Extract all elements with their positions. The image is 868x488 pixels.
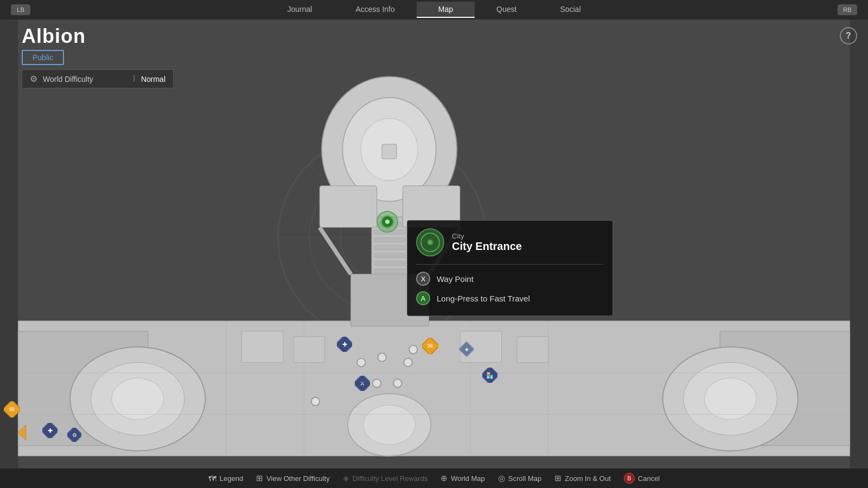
bottom-action-scroll-map[interactable]: ◎ Scroll Map xyxy=(498,473,541,483)
svg-rect-15 xyxy=(374,238,406,242)
x-button[interactable]: X xyxy=(416,272,430,286)
svg-text:✚: ✚ xyxy=(342,341,347,348)
svg-point-26 xyxy=(112,378,164,420)
svg-rect-18 xyxy=(374,261,406,266)
map-marker-shop[interactable]: 🏪 xyxy=(482,368,497,385)
svg-point-49 xyxy=(393,379,401,387)
svg-text:◈: ◈ xyxy=(465,346,469,352)
player-inner-ring xyxy=(381,215,394,228)
player-outer-ring xyxy=(376,211,398,233)
map-marker-envelope-center[interactable]: ✉ xyxy=(422,338,438,356)
map-area[interactable]: Albion Public ⚙ World Difficulty I Norma… xyxy=(0,20,868,468)
header-panel: Albion Public ⚙ World Difficulty I Norma… xyxy=(22,25,174,88)
map-marker-envelope-left[interactable]: ✉ xyxy=(4,401,20,420)
tooltip-divider xyxy=(416,264,604,265)
map-marker-cross-mid[interactable]: ✚ xyxy=(337,337,352,354)
tooltip-icon-inner xyxy=(420,233,440,252)
svg-rect-20 xyxy=(320,186,376,228)
legend-icon: 🗺 xyxy=(208,474,216,483)
svg-rect-40 xyxy=(293,337,325,363)
svg-text:🏪: 🏪 xyxy=(486,371,494,379)
svg-rect-16 xyxy=(374,246,406,250)
zoom-icon: ⊞ xyxy=(554,473,561,483)
svg-point-32 xyxy=(363,405,416,445)
city-name: Albion xyxy=(22,25,174,48)
svg-point-50 xyxy=(404,358,412,367)
map-marker-diamond-right[interactable]: ◈ xyxy=(459,342,474,359)
svg-rect-19 xyxy=(374,269,406,273)
svg-point-30 xyxy=(704,378,756,420)
svg-point-52 xyxy=(311,397,320,406)
svg-point-46 xyxy=(357,358,365,367)
svg-rect-11 xyxy=(382,144,397,159)
difficulty-rewards-icon: ◈ xyxy=(343,473,349,483)
svg-point-51 xyxy=(409,345,417,354)
scroll-map-icon: ◎ xyxy=(498,473,505,483)
svg-rect-17 xyxy=(374,253,406,258)
bottom-action-difficulty-rewards: ◈ Difficulty Level Rewards xyxy=(343,473,427,483)
map-marker-person[interactable]: ⚔ xyxy=(355,376,370,393)
player-dot xyxy=(385,220,390,224)
svg-text:⚔: ⚔ xyxy=(360,380,365,387)
a-button[interactable]: A xyxy=(416,291,430,305)
tooltip-location-icon xyxy=(416,228,444,256)
tooltip-action-fast-travel[interactable]: A Long-Press to Fast Travel xyxy=(416,288,604,308)
difficulty-divider: I xyxy=(133,73,136,85)
svg-rect-42 xyxy=(517,337,548,363)
bottom-bar: 🗺 Legend ⊞ View Other Difficulty ◈ Diffi… xyxy=(0,468,868,488)
difficulty-label: World Difficulty xyxy=(43,75,127,84)
svg-text:✉: ✉ xyxy=(427,342,433,350)
map-marker-cross-left[interactable]: ✚ xyxy=(42,423,58,440)
svg-text:✉: ✉ xyxy=(9,406,15,413)
tooltip-category: City xyxy=(452,232,522,240)
tooltip-icon-dot xyxy=(427,239,433,246)
bottom-action-legend[interactable]: 🗺 Legend xyxy=(208,474,243,483)
help-button[interactable]: ? xyxy=(840,27,857,44)
svg-text:⚙: ⚙ xyxy=(72,432,77,438)
lb-bumper[interactable]: LB xyxy=(11,4,30,15)
difficulty-icon: ⚙ xyxy=(30,74,37,84)
tab-quest[interactable]: Quest xyxy=(475,2,538,18)
nav-tabs: Journal Access Info Map Quest Social xyxy=(265,2,602,18)
svg-rect-39 xyxy=(241,331,283,363)
public-badge: Public xyxy=(22,50,64,65)
world-map-icon: ⊕ xyxy=(441,473,448,483)
rb-bumper[interactable]: RB xyxy=(838,4,857,15)
view-difficulty-icon: ⊞ xyxy=(256,473,263,483)
tab-journal[interactable]: Journal xyxy=(265,2,334,18)
tooltip-title-area: City City Entrance xyxy=(452,232,522,253)
bottom-action-cancel[interactable]: B Cancel xyxy=(624,473,660,484)
difficulty-value: Normal xyxy=(141,75,165,84)
tooltip-action-waypoint[interactable]: X Way Point xyxy=(416,269,604,288)
tooltip-header: City City Entrance xyxy=(416,228,604,256)
player-location-marker xyxy=(376,211,398,233)
fast-travel-action-text: Long-Press to Fast Travel xyxy=(437,294,530,303)
tab-map[interactable]: Map xyxy=(417,2,475,18)
svg-text:✚: ✚ xyxy=(48,427,53,434)
map-marker-gear[interactable]: ⚙ xyxy=(67,428,81,444)
tab-social[interactable]: Social xyxy=(538,2,602,18)
top-navigation: LB Journal Access Info Map Quest Social … xyxy=(0,0,868,20)
svg-point-48 xyxy=(373,379,381,387)
waypoint-action-text: Way Point xyxy=(437,274,474,284)
svg-point-47 xyxy=(378,353,386,361)
city-entrance-tooltip: City City Entrance X Way Point A Long-Pr… xyxy=(407,220,613,316)
bottom-action-world-map[interactable]: ⊕ World Map xyxy=(441,473,485,483)
bottom-action-zoom[interactable]: ⊞ Zoom In & Out xyxy=(554,473,611,483)
difficulty-bar: ⚙ World Difficulty I Normal xyxy=(22,69,174,88)
tooltip-name: City Entrance xyxy=(452,240,522,253)
bottom-action-view-difficulty[interactable]: ⊞ View Other Difficulty xyxy=(256,473,330,483)
b-button-bottom[interactable]: B xyxy=(624,473,635,484)
tab-access-info[interactable]: Access Info xyxy=(334,2,416,18)
